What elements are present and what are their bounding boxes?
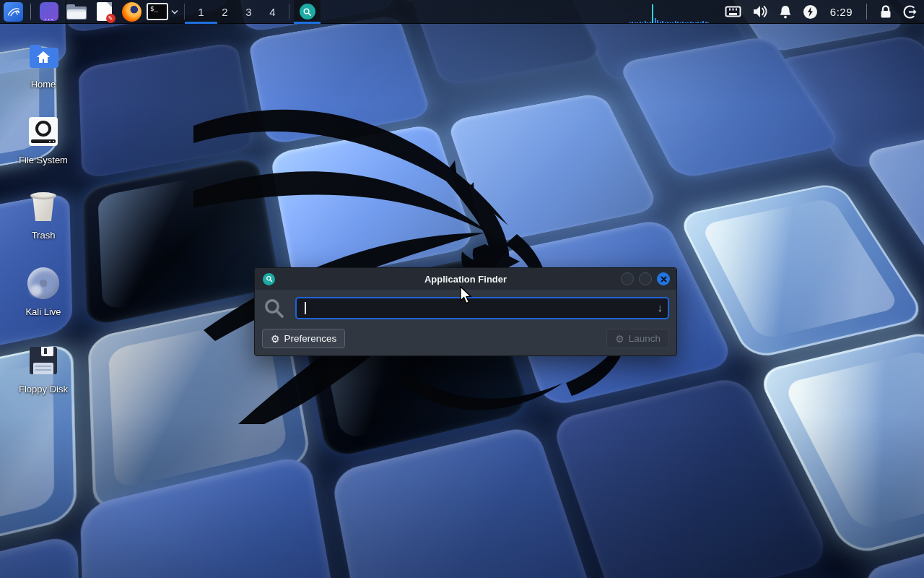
volume-tray-button[interactable] <box>752 0 768 24</box>
workspace-button-1[interactable]: 1 <box>189 0 213 24</box>
trash-can-icon <box>9 190 78 223</box>
cpu-graph-bar <box>642 22 643 23</box>
firefox-icon <box>122 2 141 22</box>
cpu-graph-bar <box>687 22 689 23</box>
cpu-graph-bar <box>702 21 704 23</box>
minimize-button[interactable] <box>621 272 634 285</box>
network-tray-button[interactable] <box>725 0 741 24</box>
cpu-graph-bar <box>695 22 697 23</box>
cpu-graph-bar <box>655 18 656 23</box>
cpu-graph-bar <box>670 22 671 23</box>
launch-button[interactable]: ⚙ Launch <box>606 329 669 348</box>
search-icon <box>263 297 285 319</box>
workspace-label: 1 <box>198 6 204 18</box>
cpu-graph-bar <box>645 21 646 23</box>
preferences-button-label: Preferences <box>284 333 337 344</box>
cpu-graph-bar <box>660 22 661 23</box>
cpu-graph-bar <box>700 22 702 23</box>
wallpaper-cube <box>269 124 476 285</box>
window-titlebar[interactable]: Application Finder <box>255 268 676 290</box>
cpu-graph-bar <box>707 22 709 23</box>
cpu-graph-bar <box>652 4 653 23</box>
close-icon <box>661 276 667 282</box>
cpu-graph-bar <box>690 22 692 23</box>
desktop-icon-label: File System <box>9 155 78 165</box>
workspace-button-2[interactable]: 2 <box>213 0 237 24</box>
power-manager-tray-button[interactable] <box>803 0 818 24</box>
cpu-graph-bar <box>682 22 684 23</box>
launcher-app-window[interactable]: ... <box>35 0 63 24</box>
text-caret <box>305 302 306 314</box>
search-input[interactable] <box>295 297 669 319</box>
preferences-button[interactable]: ⚙ Preferences <box>262 329 345 348</box>
logout-button[interactable] <box>903 0 918 24</box>
workspace-button-4[interactable]: 4 <box>261 0 284 24</box>
wallpaper-cube <box>82 156 280 327</box>
app-finder-launcher-button[interactable] <box>294 0 321 24</box>
power-manager-icon <box>803 4 818 20</box>
launcher-text-editor[interactable]: ✎ <box>90 0 118 24</box>
launcher-terminal[interactable]: $_ <box>145 0 180 24</box>
desktop-icon-label: Floppy Disk <box>9 384 78 394</box>
cpu-graph-bar <box>675 21 676 23</box>
cpu-graph-bar <box>697 22 699 23</box>
dropdown-arrow-icon[interactable]: ↓ <box>658 301 663 314</box>
desktop-icon-label: Kali Live <box>9 306 78 317</box>
close-button[interactable] <box>657 272 670 285</box>
launcher-firefox[interactable] <box>118 0 145 24</box>
terminal-icon: $_ <box>147 3 168 20</box>
workspace-label: 2 <box>222 6 227 18</box>
cpu-graph-bar <box>680 22 681 23</box>
cpu-graph-bar <box>705 22 707 23</box>
file-manager-icon <box>66 4 87 20</box>
launcher-file-manager[interactable] <box>63 0 90 24</box>
workspace-label: 3 <box>245 6 251 18</box>
clock[interactable]: 6:29 <box>829 0 854 24</box>
cpu-graph-bar <box>685 22 687 23</box>
launch-gear-icon: ⚙ <box>615 334 624 344</box>
home-folder-icon <box>9 39 78 72</box>
cpu-graph-bar <box>665 22 666 23</box>
cpu-graph-bar <box>635 22 636 23</box>
panel-separator <box>289 4 289 20</box>
chevron-down-icon[interactable] <box>171 9 178 14</box>
workspace-button-3[interactable]: 3 <box>237 0 261 24</box>
desktop-icon-home[interactable]: Home <box>9 39 78 90</box>
wallpaper-cube <box>756 329 924 557</box>
lock-icon <box>879 4 892 19</box>
desktop-icon-kali-live[interactable]: Kali Live <box>9 267 78 317</box>
panel-separator <box>30 4 31 20</box>
cpu-graph-bar <box>692 22 694 23</box>
cpu-graph-bar <box>650 22 651 23</box>
kali-logo-icon <box>4 2 23 22</box>
cpu-graph-monitor[interactable] <box>629 0 712 24</box>
cpu-graph-bar <box>637 22 638 23</box>
lock-screen-button[interactable] <box>879 0 892 24</box>
wallpaper-cube <box>80 454 348 578</box>
maximize-button[interactable] <box>639 272 652 285</box>
window-title: Application Finder <box>255 274 676 285</box>
application-finder-window: Application Finder ↓ ⚙ Preferences ⚙ Lau… <box>254 267 677 356</box>
volume-icon <box>752 5 768 18</box>
desktop-icon-floppy-disk[interactable]: Floppy Disk <box>9 344 78 394</box>
panel-separator <box>866 4 867 20</box>
desktop-icon-file-system[interactable]: File System <box>9 115 78 165</box>
floppy-disk-icon <box>9 344 78 377</box>
desktop-icon-label: Trash <box>9 230 78 241</box>
notifications-tray-button[interactable] <box>779 0 792 24</box>
cpu-graph-bar <box>632 22 633 23</box>
kali-menu-button[interactable] <box>0 0 26 24</box>
launch-button-label: Launch <box>629 333 661 344</box>
text-editor-icon: ✎ <box>97 2 112 21</box>
cpu-graph-bar <box>657 20 658 23</box>
logout-icon <box>903 4 918 20</box>
cpu-graph-bar <box>667 22 668 23</box>
workspace-label: 4 <box>269 6 275 18</box>
wallpaper-cube <box>0 533 83 578</box>
hard-drive-icon <box>9 115 78 148</box>
optical-disc-icon <box>9 267 78 300</box>
desktop-icon-trash[interactable]: Trash <box>9 190 78 241</box>
wallpaper-cube <box>617 35 843 180</box>
desktop-icon-label: Home <box>9 79 78 90</box>
cpu-graph-bar <box>640 22 641 23</box>
